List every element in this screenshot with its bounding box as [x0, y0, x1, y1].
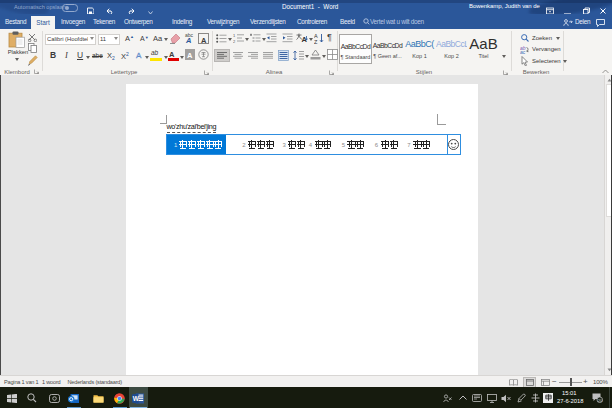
svg-text:ac: ac	[520, 49, 526, 54]
svg-text:2: 2	[233, 39, 236, 44]
svg-text:20: 20	[598, 398, 603, 403]
svg-text:Z: Z	[314, 39, 318, 45]
svg-text:W: W	[133, 395, 140, 402]
svg-text:1: 1	[233, 33, 236, 38]
